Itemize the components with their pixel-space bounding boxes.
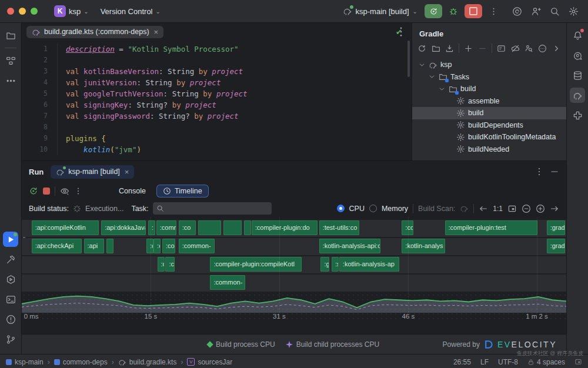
code-area[interactable]: 1description = "Kotlin Symbol Processor"… — [22, 41, 412, 160]
task-bar-c[interactable]: :c — [158, 257, 165, 272]
gradle-settings-icon[interactable] — [536, 42, 549, 55]
toolwindow-build-button[interactable] — [3, 252, 18, 267]
toolwindow-terminal-button[interactable] — [3, 292, 18, 307]
toolwindow-run-button[interactable] — [3, 232, 18, 247]
run-panel-options-icon[interactable] — [534, 167, 544, 176]
task-bar-compilerplugindo[interactable]: :compiler-plugin:do — [252, 220, 318, 235]
project-widget[interactable]: K ksp ⌄ — [51, 3, 92, 19]
vcs-widget[interactable]: Version Control ⌄ — [97, 5, 164, 18]
sources-icon[interactable] — [429, 42, 442, 55]
task-bar-co[interactable]: :co — [402, 220, 413, 235]
gradle-tree-item-build[interactable]: build — [412, 107, 566, 119]
task-bar[interactable] — [106, 239, 113, 253]
task-bar-comm[interactable]: :comm — [156, 220, 176, 235]
task-bar-[interactable]: : — [148, 220, 155, 235]
expand-chevron-icon[interactable] — [428, 73, 436, 81]
zoom-reset-button[interactable]: 1:1 — [493, 205, 503, 213]
task-bar-kotlinanalysisap[interactable]: :kotlin-analysis-ap — [339, 257, 399, 272]
debug-button[interactable] — [446, 4, 461, 18]
gradle-tree-item-Tasks[interactable]: Tasks — [412, 71, 566, 83]
search-everywhere-icon[interactable] — [547, 4, 562, 19]
gradle-tree-item-buildNeeded[interactable]: buildNeeded — [412, 143, 566, 156]
editor-tab[interactable]: build.gradle.kts (:common-deps) × — [26, 26, 163, 38]
toolwindow-problems-button[interactable] — [3, 312, 18, 327]
expand-chevron-icon[interactable] — [438, 85, 446, 93]
ai-assistant-icon[interactable] — [509, 4, 524, 19]
toolbar-more-icon[interactable] — [74, 186, 82, 196]
offline-mode-icon[interactable] — [509, 42, 521, 55]
task-bar-s[interactable]: :s — [332, 257, 339, 272]
profiler-icon[interactable] — [523, 42, 535, 55]
memory-radio-label[interactable]: Memory — [382, 205, 408, 213]
stop-button[interactable] — [465, 4, 482, 18]
zoom-in-icon[interactable] — [536, 204, 545, 213]
build-timeline[interactable]: :api:compileKotlin:api:dokkaJava::comm:c… — [22, 217, 566, 293]
zoom-out-icon[interactable] — [522, 204, 531, 213]
stop-build-icon[interactable] — [43, 188, 50, 195]
run-configuration-selector[interactable]: ksp-main [build] ⌄ — [339, 4, 421, 18]
run-button[interactable] — [425, 4, 442, 18]
memory-radio[interactable] — [369, 205, 377, 212]
task-bar[interactable] — [223, 220, 242, 235]
task-bar-c[interactable]: :c — [146, 239, 153, 253]
inspections-ok-icon[interactable]: ✔ — [396, 28, 402, 36]
add-user-icon[interactable] — [528, 4, 543, 19]
run-tab[interactable]: ksp-main [build] × — [51, 165, 134, 179]
sync-icon[interactable] — [416, 42, 428, 55]
tab-timeline[interactable]: Timeline — [156, 185, 209, 198]
toolwindow-database-button[interactable] — [570, 68, 585, 83]
toolwindow-more-tool-windows-button[interactable] — [3, 73, 18, 88]
task-bar-common[interactable]: :common- — [179, 239, 215, 253]
breadcrumb-ksp-main[interactable]: ksp-main — [6, 358, 44, 366]
task-bar-apicompileKotlin[interactable]: :api:compileKotlin — [32, 220, 99, 235]
close-window-button[interactable] — [7, 8, 14, 15]
indent-setting[interactable]: 4 spaces — [527, 358, 565, 366]
task-bar-cc[interactable]: :cc — [165, 257, 175, 272]
task-bar-testutilsco[interactable]: :test-utils:co — [319, 220, 360, 235]
task-bar-common[interactable]: :common- — [210, 275, 245, 290]
breadcrumb-sourcesJar[interactable]: VsourcesJar — [187, 358, 232, 366]
toolwindow-project-button[interactable] — [3, 28, 18, 43]
pan-right-icon[interactable] — [550, 204, 559, 213]
task-bar-co[interactable]: :co — [179, 220, 196, 235]
window-controls[interactable] — [7, 8, 38, 15]
remove-config-icon[interactable] — [476, 42, 489, 55]
expand-chevron-icon[interactable] — [418, 61, 426, 69]
maximize-window-button[interactable] — [31, 8, 38, 15]
gradle-tree-item-assemble[interactable]: assemble — [412, 95, 566, 108]
task-bar[interactable] — [198, 220, 221, 235]
task-bar-gr[interactable]: :gr — [320, 257, 329, 272]
task-bar-apicheckApi[interactable]: :api:checkApi — [32, 239, 82, 253]
file-encoding[interactable]: UTF-8 — [498, 358, 518, 366]
more-actions-icon[interactable] — [489, 7, 498, 16]
breadcrumb-common-deps[interactable]: common-deps — [54, 358, 108, 366]
tab-console[interactable]: Console — [113, 185, 152, 198]
toolwindow-ai-assistant-button[interactable] — [570, 48, 585, 63]
fit-to-window-icon[interactable] — [507, 204, 517, 213]
task-search-input[interactable] — [167, 204, 268, 213]
pan-left-icon[interactable] — [479, 204, 488, 213]
toolwindow-structure-button[interactable] — [3, 53, 18, 68]
build-scan-icon[interactable] — [460, 204, 469, 213]
task-bar-kotlinanalysisapic[interactable]: :kotlin-analysis-api:c — [319, 239, 381, 253]
gradle-tree-item-build[interactable]: build — [412, 83, 566, 95]
toolwindow-dependencies-button[interactable] — [570, 108, 585, 123]
task-bar-apidokkaJava[interactable]: :api:dokkaJava — [101, 220, 146, 235]
task-bar-compilerplugincompileKotl[interactable]: :compiler-plugin:compileKotl — [210, 257, 302, 272]
ide-settings-icon[interactable] — [566, 4, 581, 19]
rerun-build-icon[interactable] — [29, 186, 38, 196]
task-bar-c[interactable]: :c — [153, 239, 161, 253]
hide-panel-icon[interactable] — [550, 167, 559, 176]
gradle-tree-item-buildDependents[interactable]: buildDependents — [412, 119, 566, 132]
minimize-window-button[interactable] — [19, 8, 26, 15]
task-bar-gradl[interactable]: :gradl — [547, 239, 565, 253]
filter-view-icon[interactable] — [60, 186, 69, 196]
breadcrumb-build.gradle.kts[interactable]: build.gradle.kts — [118, 358, 177, 366]
screen-reader-icon[interactable] — [574, 358, 582, 366]
toolbar-overflow-icon[interactable] — [550, 42, 563, 55]
caret-position[interactable]: 26:55 — [453, 358, 471, 366]
toolwindow-gradle-button[interactable] — [570, 88, 585, 103]
task-search[interactable] — [153, 202, 272, 215]
task-bar[interactable] — [244, 220, 251, 235]
gradle-tree-item-buildKotlinToolingMetadata[interactable]: buildKotlinToolingMetadata — [412, 131, 566, 143]
